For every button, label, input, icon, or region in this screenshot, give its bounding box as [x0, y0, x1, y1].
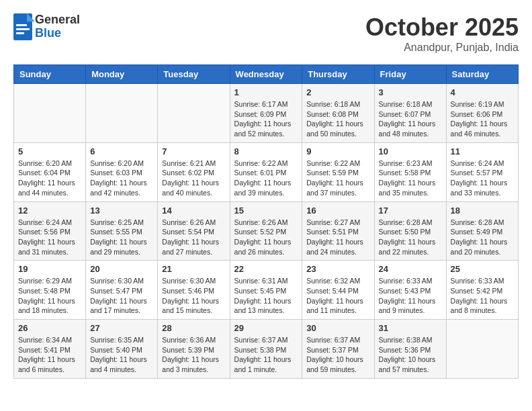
calendar-cell: 25Sunrise: 6:33 AM Sunset: 5:42 PM Dayli…	[446, 261, 518, 320]
svg-rect-3	[16, 28, 30, 30]
calendar-cell	[14, 84, 86, 143]
day-number: 12	[18, 205, 81, 216]
page-header: General Blue October 2025 Anandpur, Punj…	[13, 13, 519, 54]
day-info: Sunrise: 6:32 AM Sunset: 5:44 PM Dayligh…	[306, 276, 369, 316]
day-number: 18	[451, 205, 514, 216]
calendar-cell	[158, 84, 230, 143]
day-info: Sunrise: 6:27 AM Sunset: 5:51 PM Dayligh…	[306, 218, 369, 257]
day-info: Sunrise: 6:29 AM Sunset: 5:48 PM Dayligh…	[18, 276, 81, 316]
calendar-week-5: 26Sunrise: 6:34 AM Sunset: 5:41 PM Dayli…	[14, 320, 519, 379]
day-number: 21	[162, 264, 225, 274]
calendar-cell: 29Sunrise: 6:37 AM Sunset: 5:38 PM Dayli…	[230, 320, 302, 379]
day-info: Sunrise: 6:23 AM Sunset: 5:58 PM Dayligh…	[379, 158, 442, 198]
day-info: Sunrise: 6:26 AM Sunset: 5:54 PM Dayligh…	[162, 218, 225, 257]
day-info: Sunrise: 6:33 AM Sunset: 5:42 PM Dayligh…	[451, 276, 514, 316]
day-number: 23	[306, 264, 369, 274]
calendar-cell: 31Sunrise: 6:38 AM Sunset: 5:36 PM Dayli…	[374, 320, 446, 379]
day-number: 11	[451, 146, 514, 156]
calendar-week-3: 12Sunrise: 6:24 AM Sunset: 5:56 PM Dayli…	[14, 201, 519, 261]
weekday-header-monday: Monday	[86, 65, 158, 84]
day-info: Sunrise: 6:38 AM Sunset: 5:36 PM Dayligh…	[379, 335, 442, 375]
calendar-cell: 9Sunrise: 6:22 AM Sunset: 5:59 PM Daylig…	[302, 142, 374, 201]
calendar-cell: 7Sunrise: 6:21 AM Sunset: 6:02 PM Daylig…	[158, 142, 230, 201]
day-number: 3	[379, 87, 442, 97]
logo-blue: Blue	[35, 27, 80, 40]
calendar-cell: 26Sunrise: 6:34 AM Sunset: 5:41 PM Dayli…	[14, 320, 86, 379]
day-number: 14	[162, 205, 225, 216]
weekday-header-saturday: Saturday	[446, 65, 518, 84]
calendar-cell: 14Sunrise: 6:26 AM Sunset: 5:54 PM Dayli…	[158, 201, 230, 261]
day-number: 20	[90, 264, 153, 274]
day-number: 31	[379, 323, 442, 333]
day-info: Sunrise: 6:37 AM Sunset: 5:37 PM Dayligh…	[306, 335, 369, 375]
calendar-cell: 1Sunrise: 6:17 AM Sunset: 6:09 PM Daylig…	[230, 84, 302, 143]
day-number: 25	[451, 264, 514, 274]
calendar-cell: 6Sunrise: 6:20 AM Sunset: 6:03 PM Daylig…	[86, 142, 158, 201]
day-info: Sunrise: 6:26 AM Sunset: 5:52 PM Dayligh…	[234, 218, 298, 257]
calendar-cell: 30Sunrise: 6:37 AM Sunset: 5:37 PM Dayli…	[302, 320, 374, 379]
day-info: Sunrise: 6:21 AM Sunset: 6:02 PM Dayligh…	[162, 158, 225, 198]
day-number: 27	[90, 323, 153, 333]
day-number: 22	[234, 264, 298, 274]
calendar-cell: 28Sunrise: 6:36 AM Sunset: 5:39 PM Dayli…	[158, 320, 230, 379]
day-info: Sunrise: 6:19 AM Sunset: 6:06 PM Dayligh…	[451, 99, 514, 139]
calendar-cell: 16Sunrise: 6:27 AM Sunset: 5:51 PM Dayli…	[302, 201, 374, 261]
day-number: 16	[306, 205, 369, 216]
weekday-header-wednesday: Wednesday	[230, 65, 302, 84]
day-number: 28	[162, 323, 225, 333]
calendar-cell: 12Sunrise: 6:24 AM Sunset: 5:56 PM Dayli…	[14, 201, 86, 261]
calendar-cell: 27Sunrise: 6:35 AM Sunset: 5:40 PM Dayli…	[86, 320, 158, 379]
day-number: 8	[234, 146, 298, 156]
calendar-cell: 21Sunrise: 6:30 AM Sunset: 5:46 PM Dayli…	[158, 261, 230, 320]
logo-text: General Blue	[35, 13, 80, 40]
day-number: 15	[234, 205, 298, 216]
day-number: 9	[306, 146, 369, 156]
day-number: 1	[234, 87, 298, 97]
weekday-header-tuesday: Tuesday	[158, 65, 230, 84]
day-info: Sunrise: 6:28 AM Sunset: 5:49 PM Dayligh…	[451, 218, 514, 257]
day-number: 24	[379, 264, 442, 274]
day-info: Sunrise: 6:37 AM Sunset: 5:38 PM Dayligh…	[234, 335, 298, 375]
calendar-table: SundayMondayTuesdayWednesdayThursdayFrid…	[13, 64, 519, 379]
calendar-cell: 18Sunrise: 6:28 AM Sunset: 5:49 PM Dayli…	[446, 201, 518, 261]
day-info: Sunrise: 6:18 AM Sunset: 6:07 PM Dayligh…	[379, 99, 442, 139]
calendar-cell: 17Sunrise: 6:28 AM Sunset: 5:50 PM Dayli…	[374, 201, 446, 261]
calendar-cell	[86, 84, 158, 143]
location: Anandpur, Punjab, India	[365, 42, 519, 54]
weekday-header-thursday: Thursday	[302, 65, 374, 84]
calendar-cell: 23Sunrise: 6:32 AM Sunset: 5:44 PM Dayli…	[302, 261, 374, 320]
calendar-cell: 8Sunrise: 6:22 AM Sunset: 6:01 PM Daylig…	[230, 142, 302, 201]
day-info: Sunrise: 6:34 AM Sunset: 5:41 PM Dayligh…	[18, 335, 81, 375]
calendar-cell: 24Sunrise: 6:33 AM Sunset: 5:43 PM Dayli…	[374, 261, 446, 320]
calendar-cell: 4Sunrise: 6:19 AM Sunset: 6:06 PM Daylig…	[446, 84, 518, 143]
calendar-week-1: 1Sunrise: 6:17 AM Sunset: 6:09 PM Daylig…	[14, 84, 519, 143]
day-info: Sunrise: 6:17 AM Sunset: 6:09 PM Dayligh…	[234, 99, 298, 139]
day-number: 17	[379, 205, 442, 216]
day-info: Sunrise: 6:35 AM Sunset: 5:40 PM Dayligh…	[90, 335, 153, 375]
day-info: Sunrise: 6:18 AM Sunset: 6:08 PM Dayligh…	[306, 99, 369, 139]
day-info: Sunrise: 6:30 AM Sunset: 5:46 PM Dayligh…	[162, 276, 225, 316]
day-number: 30	[306, 323, 369, 333]
day-number: 26	[18, 323, 81, 333]
day-number: 4	[451, 87, 514, 97]
day-info: Sunrise: 6:28 AM Sunset: 5:50 PM Dayligh…	[379, 218, 442, 257]
day-info: Sunrise: 6:25 AM Sunset: 5:55 PM Dayligh…	[90, 218, 153, 257]
logo: General Blue	[13, 13, 80, 40]
day-info: Sunrise: 6:20 AM Sunset: 6:03 PM Dayligh…	[90, 158, 153, 198]
calendar-week-4: 19Sunrise: 6:29 AM Sunset: 5:48 PM Dayli…	[14, 261, 519, 320]
calendar-cell: 15Sunrise: 6:26 AM Sunset: 5:52 PM Dayli…	[230, 201, 302, 261]
logo-icon	[13, 13, 35, 40]
day-number: 10	[379, 146, 442, 156]
calendar-week-2: 5Sunrise: 6:20 AM Sunset: 6:04 PM Daylig…	[14, 142, 519, 201]
day-info: Sunrise: 6:33 AM Sunset: 5:43 PM Dayligh…	[379, 276, 442, 316]
day-number: 2	[306, 87, 369, 97]
calendar-cell: 20Sunrise: 6:30 AM Sunset: 5:47 PM Dayli…	[86, 261, 158, 320]
svg-rect-2	[16, 24, 27, 26]
calendar-cell: 2Sunrise: 6:18 AM Sunset: 6:08 PM Daylig…	[302, 84, 374, 143]
calendar-cell: 11Sunrise: 6:24 AM Sunset: 5:57 PM Dayli…	[446, 142, 518, 201]
weekday-header-row: SundayMondayTuesdayWednesdayThursdayFrid…	[14, 65, 519, 84]
day-number: 7	[162, 146, 225, 156]
calendar-cell	[446, 320, 518, 379]
day-number: 6	[90, 146, 153, 156]
logo-general: General	[35, 13, 80, 27]
